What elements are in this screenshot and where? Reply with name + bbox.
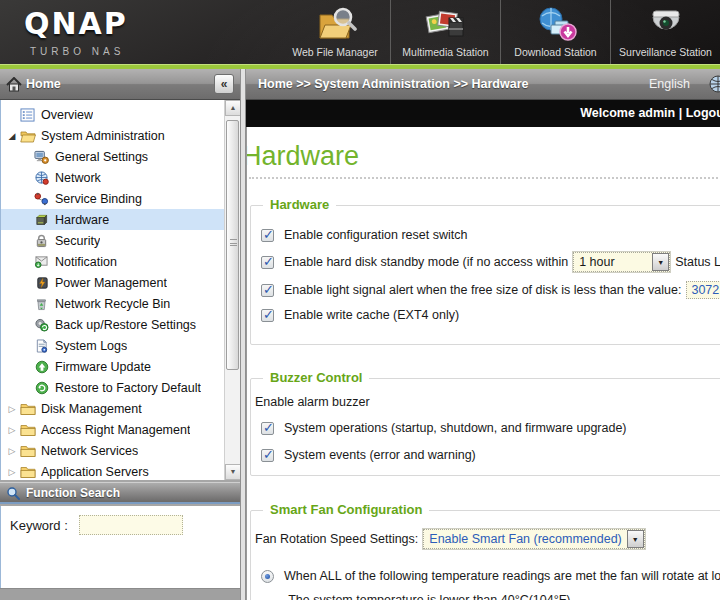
restore-factory-icon	[33, 380, 50, 396]
folder-icon	[19, 422, 36, 438]
sidebar-item-service-binding[interactable]: Service Binding	[1, 188, 225, 209]
tree-scrollbar[interactable]: ▲ ▼	[224, 100, 240, 480]
security-icon	[33, 233, 50, 249]
tree-expander-collapsed[interactable]	[5, 404, 19, 414]
app-launcher-bar: Web File Manager	[280, 0, 720, 64]
overview-icon	[19, 107, 36, 123]
function-search-header: Function Search	[0, 482, 240, 504]
app-item-multimedia-station[interactable]: Multimedia Station	[390, 0, 500, 64]
sidebar-bottom-strip	[0, 588, 240, 600]
function-search-panel: Keyword :	[0, 506, 240, 588]
sidebar-item-backup-restore-settings[interactable]: Back up/Restore Settings	[1, 314, 225, 335]
sidebar-item-system-logs[interactable]: System Logs	[1, 335, 225, 356]
alarm-buzzer-label: Enable alarm buzzer	[255, 395, 370, 409]
folder-icon	[19, 464, 36, 480]
sidebar-item-application-servers[interactable]: Application Servers	[1, 461, 225, 480]
qnap-logo-subtitle: TURBO NAS	[30, 46, 128, 57]
config-reset-label: Enable configuration reset switch	[284, 228, 467, 242]
system-events-checkbox[interactable]	[261, 449, 274, 462]
sidebar-item-restore-to-factory-default[interactable]: Restore to Factory Default	[1, 377, 225, 398]
sidebar-item-hardware[interactable]: Hardware	[1, 209, 225, 230]
row-light-alert: Enable light signal alert when the free …	[261, 281, 720, 299]
section-smart-fan: Smart Fan Configuration Fan Rotation Spe…	[250, 510, 720, 600]
row-alarm-buzzer: Enable alarm buzzer	[255, 395, 370, 409]
language-selector[interactable]: English	[649, 77, 690, 91]
sidebar-item-network-services[interactable]: Network Services	[1, 440, 225, 461]
firmware-update-icon	[33, 359, 50, 375]
sidebar-item-general-settings[interactable]: General Settings	[1, 146, 225, 167]
scrollbar-thumb[interactable]	[226, 120, 239, 370]
navigation-tree: Overview System Administration General S…	[0, 100, 240, 480]
surveillance-station-icon	[644, 6, 688, 44]
system-operations-checkbox[interactable]	[261, 422, 274, 435]
fan-speed-select[interactable]: Enable Smart Fan (recommended) ▼	[423, 529, 644, 549]
sidebar-item-disk-management[interactable]: Disk Management	[1, 398, 225, 419]
recycle-bin-icon	[33, 296, 50, 312]
tree-expander-collapsed[interactable]	[5, 446, 19, 456]
general-settings-icon	[33, 149, 50, 165]
sidebar-title: Home	[26, 77, 61, 91]
config-reset-checkbox[interactable]	[261, 229, 274, 242]
app-item-download-station[interactable]: Download Station	[500, 0, 610, 64]
chevron-down-icon[interactable]: ▼	[627, 530, 644, 548]
light-alert-checkbox[interactable]	[261, 284, 274, 297]
sidebar-item-network-recycle-bin[interactable]: Network Recycle Bin	[1, 293, 225, 314]
section-buzzer-control: Buzzer Control Enable alarm buzzer Syste…	[250, 378, 720, 476]
multimedia-station-icon	[424, 6, 468, 44]
welcome-logout-links[interactable]: Welcome admin | Logout	[580, 106, 720, 120]
scroll-up-button[interactable]: ▲	[225, 100, 240, 116]
chevron-down-icon[interactable]: ▼	[652, 253, 669, 271]
sidebar-item-notification[interactable]: Notification	[1, 251, 225, 272]
row-smart-fan-radio: When ALL of the following temperature re…	[261, 569, 720, 583]
write-cache-label: Enable write cache (EXT4 only)	[284, 308, 459, 322]
globe-icon[interactable]	[709, 75, 720, 93]
smart-fan-note: -The system temperature is lower than 40…	[284, 593, 574, 600]
standby-time-select[interactable]: 1 hour ▼	[573, 252, 670, 272]
sidebar-item-security[interactable]: Security	[1, 230, 225, 251]
hd-standby-checkbox[interactable]	[261, 256, 274, 269]
folder-icon	[19, 443, 36, 459]
qnap-admin-window: QNAP TURBO NAS Web File Manager	[0, 0, 720, 600]
web-file-manager-icon	[313, 6, 357, 44]
free-size-input[interactable]: 3072	[686, 281, 720, 299]
section-hardware: Hardware Enable configuration reset swit…	[250, 205, 720, 345]
search-icon	[6, 486, 21, 501]
download-station-icon	[534, 6, 578, 44]
sidebar: Overview System Administration General S…	[0, 100, 240, 600]
row-write-cache: Enable write cache (EXT4 only)	[261, 308, 459, 322]
qnap-logo: QNAP TURBO NAS	[24, 6, 128, 57]
row-hd-standby: Enable hard disk standby mode (if no acc…	[261, 252, 720, 272]
keyword-input[interactable]	[79, 515, 183, 535]
sidebar-item-system-administration[interactable]: System Administration	[1, 125, 225, 146]
app-header: QNAP TURBO NAS Web File Manager	[0, 0, 720, 64]
write-cache-checkbox[interactable]	[261, 309, 274, 322]
sidebar-item-access-right-management[interactable]: Access Right Management	[1, 419, 225, 440]
smart-fan-radio-label: When ALL of the following temperature re…	[284, 569, 720, 583]
user-bar: Welcome admin | Logout	[246, 100, 720, 127]
sidebar-item-firmware-update[interactable]: Firmware Update	[1, 356, 225, 377]
system-logs-icon	[33, 338, 50, 354]
sidebar-item-power-management[interactable]: Power Management	[1, 272, 225, 293]
hd-standby-label-after: Status LED	[675, 255, 720, 269]
system-operations-label: System operations (startup, shutdown, an…	[284, 421, 627, 435]
fan-speed-label: Fan Rotation Speed Settings:	[255, 532, 418, 546]
tree-expander-collapsed[interactable]	[5, 425, 19, 435]
sidebar-collapse-button[interactable]: «	[214, 74, 234, 94]
row-system-operations: System operations (startup, shutdown, an…	[261, 421, 627, 435]
app-item-web-file-manager[interactable]: Web File Manager	[280, 0, 390, 64]
scroll-down-button[interactable]: ▼	[225, 464, 240, 480]
notification-icon	[33, 254, 50, 270]
tree-expander-expanded[interactable]	[5, 131, 19, 141]
sidebar-item-network[interactable]: Network	[1, 167, 225, 188]
section-buzzer-legend: Buzzer Control	[263, 370, 369, 385]
smart-fan-radio[interactable]	[261, 570, 274, 583]
keyword-label: Keyword :	[10, 518, 68, 533]
hardware-icon	[33, 212, 50, 228]
tree-expander-collapsed[interactable]	[5, 467, 19, 477]
title-divider	[249, 177, 720, 179]
row-fan-speed: Fan Rotation Speed Settings: Enable Smar…	[255, 529, 650, 549]
app-item-surveillance-station[interactable]: Surveillance Station	[610, 0, 720, 64]
breadcrumb-bar: Home >> System Administration >> Hardwar…	[246, 69, 720, 100]
function-search-title: Function Search	[26, 486, 120, 500]
sidebar-item-overview[interactable]: Overview	[1, 104, 225, 125]
